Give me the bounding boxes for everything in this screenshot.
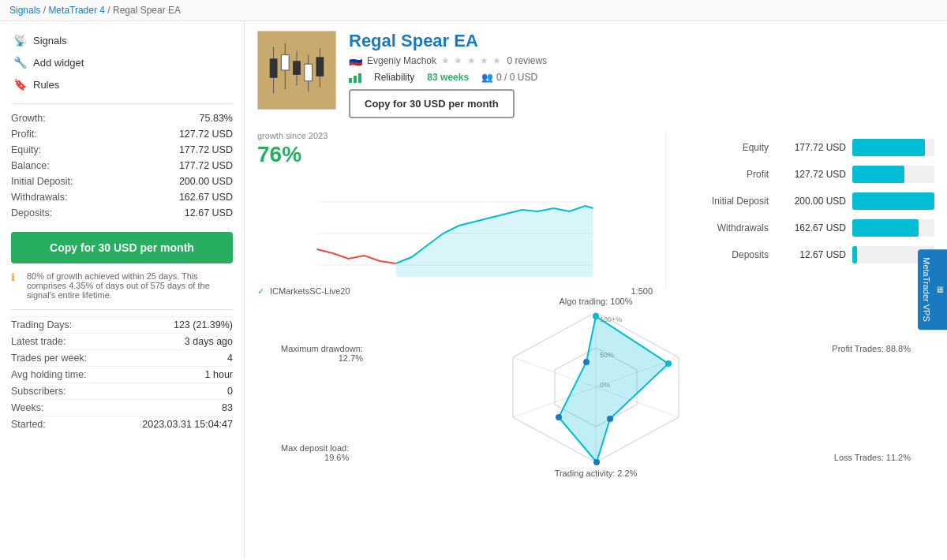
radar-svg: 100+% 50% 0% — [477, 304, 714, 470]
subscribers-value: 0 / 0 USD — [496, 72, 537, 83]
header-copy-button[interactable]: Copy for 30 USD per month — [349, 89, 515, 118]
sidebar-copy-button[interactable]: Copy for 30 USD per month — [11, 232, 233, 263]
rel-bar-3 — [358, 73, 361, 83]
stat-deposits: Deposits: 12.67 USD — [11, 205, 233, 221]
rules-icon: 🔖 — [13, 77, 27, 91]
sidebar-rules-label: Rules — [33, 79, 59, 91]
sidebar-stats: Growth: 75.83% Profit: 127.72 USD Equity… — [11, 110, 233, 221]
bar-stat-equity: Equity 177.72 USD — [682, 139, 934, 156]
radar-section: Algo trading: 100% Profit Trades: 88.8% … — [257, 297, 934, 486]
vps-tab[interactable]: 🖥 MetaTrader VPS — [918, 249, 947, 330]
sidebar-add-widget-label: Add widget — [33, 57, 84, 69]
svg-point-28 — [556, 414, 562, 420]
svg-rect-2 — [270, 58, 278, 78]
stat-withdrawals: Withdrawals: 162.67 USD — [11, 189, 233, 205]
author-flag: 🇷🇺 — [349, 54, 362, 67]
growth-chart: growth since 2023 76% ✓ ICMar — [257, 131, 666, 289]
bar-equity-container — [852, 139, 934, 156]
info-note: ℹ 80% of growth achieved within 25 days.… — [11, 271, 233, 300]
trading-stat-holding: Avg holding time: 1 hour — [11, 366, 233, 383]
trading-stat-started: Started: 2023.03.31 15:04:47 — [11, 416, 233, 432]
radar-label-loss-trades: Loss Trades: 11.2% — [834, 453, 911, 462]
stat-profit: Profit: 127.72 USD — [11, 126, 233, 142]
bar-stats: Equity 177.72 USD Profit 127.72 USD Init… — [666, 131, 934, 289]
trading-stat-days: Trading Days: 123 (21.39%) — [11, 316, 233, 333]
trading-stat-latest: Latest trade: 3 days ago — [11, 333, 233, 349]
bar-withdrawals-container — [852, 219, 934, 237]
reliability-label: Reliability — [374, 72, 414, 83]
chart-footer: ✓ ICMarketsSC-Live20 1:500 — [257, 286, 653, 297]
svg-rect-4 — [281, 54, 289, 70]
broker-check-icon: ✓ — [257, 286, 264, 296]
broker-name: ✓ ICMarketsSC-Live20 — [257, 286, 350, 297]
breadcrumb-mt4[interactable]: MetaTrader 4 — [48, 5, 105, 16]
breadcrumb-current: Regal Spear EA — [113, 5, 181, 16]
vps-icon: 🖥 — [934, 285, 944, 293]
radar-label-max-deposit: Max deposit load:19.6% — [281, 443, 349, 462]
sidebar-signals-label: Signals — [33, 35, 67, 47]
subscribers-icon: 👥 — [481, 72, 493, 83]
leverage: 1:500 — [631, 286, 653, 297]
svg-rect-8 — [305, 64, 313, 81]
svg-point-25 — [665, 360, 672, 367]
reliability-bars — [349, 72, 361, 83]
bar-equity-fill — [852, 139, 925, 156]
vps-label: MetaTrader VPS — [922, 257, 931, 322]
chart-svg — [257, 170, 653, 281]
review-count: 0 reviews — [507, 55, 547, 66]
sidebar-item-signals[interactable]: 📡 Signals — [11, 29, 233, 51]
bar-profit-container — [852, 166, 934, 183]
svg-point-24 — [593, 313, 599, 319]
reliability-row: Reliability 83 weeks 👥 0 / 0 USD — [349, 72, 934, 83]
bar-initial-deposit-fill — [852, 192, 934, 210]
svg-rect-6 — [293, 61, 301, 75]
chart-area: growth since 2023 76% ✓ ICMar — [257, 131, 934, 289]
bar-initial-deposit-container — [852, 192, 934, 210]
author-row: 🇷🇺 Evgeniy Machok ★ ★ ★ ★ ★ 0 reviews — [349, 54, 934, 67]
profile-image — [257, 31, 336, 110]
rel-bar-2 — [354, 76, 357, 83]
breadcrumb-signals[interactable]: Signals — [9, 5, 40, 16]
svg-point-29 — [583, 359, 590, 365]
subscribers-info: 👥 0 / 0 USD — [481, 72, 537, 83]
bar-deposits-fill — [852, 246, 857, 263]
stat-initial-deposit: Initial Deposit: 200.00 USD — [11, 174, 233, 189]
sidebar-item-rules[interactable]: 🔖 Rules — [11, 73, 233, 95]
bar-stat-profit: Profit 127.72 USD — [682, 166, 934, 183]
bar-profit-fill — [852, 166, 904, 183]
stat-equity: Equity: 177.72 USD — [11, 142, 233, 158]
reliability-weeks: 83 weeks — [427, 72, 469, 83]
bar-withdrawals-fill — [852, 219, 919, 237]
signals-icon: 📡 — [13, 33, 27, 47]
bar-stat-deposits: Deposits 12.67 USD — [682, 246, 934, 263]
chart-percentage: 76% — [257, 142, 653, 167]
trading-stat-per-week: Trades per week: 4 — [11, 349, 233, 366]
svg-point-27 — [593, 459, 600, 465]
profile-info: Regal Spear EA 🇷🇺 Evgeniy Machok ★ ★ ★ ★… — [349, 31, 934, 118]
author-name: Evgeniy Machok — [367, 55, 436, 66]
svg-marker-23 — [559, 316, 668, 462]
trading-stats: Trading Days: 123 (21.39%) Latest trade:… — [11, 316, 233, 432]
divider-1 — [11, 103, 233, 104]
stat-balance: Balance: 177.72 USD — [11, 158, 233, 174]
add-widget-icon: 🔧 — [13, 55, 27, 69]
profile-name: Regal Spear EA — [349, 31, 934, 51]
rel-bar-1 — [349, 78, 352, 83]
trading-stat-subscribers: Subscribers: 0 — [11, 383, 233, 399]
sidebar-item-add-widget[interactable]: 🔧 Add widget — [11, 51, 233, 73]
sidebar: 📡 Signals 🔧 Add widget 🔖 Rules Growth: 7… — [0, 21, 245, 558]
svg-point-26 — [607, 416, 613, 422]
bar-stat-withdrawals: Withdrawals 162.67 USD — [682, 219, 934, 237]
chart-label: growth since 2023 — [257, 131, 653, 140]
sidebar-nav: 📡 Signals 🔧 Add widget 🔖 Rules — [11, 29, 233, 95]
bar-stat-initial-deposit: Initial Deposit 200.00 USD — [682, 192, 934, 210]
breadcrumb: Signals / MetaTrader 4 / Regal Spear EA — [0, 0, 947, 21]
divider-2 — [11, 309, 233, 310]
profile-header: Regal Spear EA 🇷🇺 Evgeniy Machok ★ ★ ★ ★… — [257, 31, 934, 118]
info-icon: ℹ — [11, 271, 22, 300]
trading-stat-weeks: Weeks: 83 — [11, 399, 233, 416]
star-rating: ★ ★ ★ ★ ★ — [441, 55, 502, 66]
radar-label-profit-trades: Profit Trades: 88.8% — [832, 344, 911, 353]
svg-rect-10 — [316, 57, 324, 77]
main-content: Regal Spear EA 🇷🇺 Evgeniy Machok ★ ★ ★ ★… — [245, 21, 947, 558]
